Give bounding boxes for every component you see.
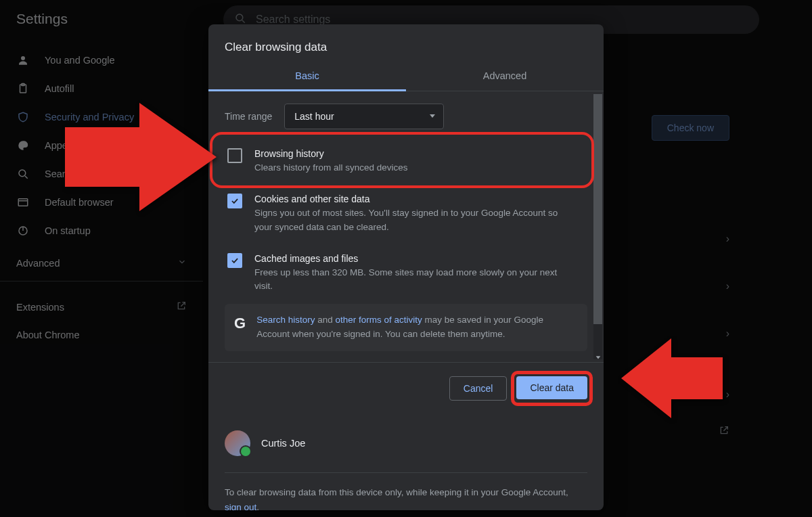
google-activity-note: G Search history and other forms of acti… [225,304,587,351]
svg-marker-11 [595,356,600,359]
checkbox[interactable] [227,148,242,163]
option-title: Cached images and files [254,252,572,266]
user-name: Curtis Joe [261,438,305,449]
scrollbar-thumb[interactable] [593,94,602,324]
sign-out-link[interactable]: sign out [225,502,256,510]
svg-marker-13 [65,103,217,211]
option-title: Cookies and other site data [254,192,572,206]
tab-basic[interactable]: Basic [208,62,406,91]
annotation-arrow-left [621,338,723,418]
cancel-button[interactable]: Cancel [449,376,508,401]
scrollbar-down-arrow[interactable] [593,353,602,362]
signed-in-user: Curtis Joe [225,424,587,473]
option-desc: Signs you out of most sites. You'll stay… [254,206,572,234]
dialog-content: Time range Last hour Browsing history Cl… [208,91,604,363]
dialog-title: Clear browsing data [208,24,604,62]
checkbox[interactable] [227,253,242,268]
checkbox[interactable] [227,194,242,208]
dialog-tabs: Basic Advanced [208,62,604,91]
option-desc: Frees up less than 320 MB. Some sites ma… [254,266,572,294]
time-range-label: Time range [225,111,272,122]
annotation-arrow-right [65,103,217,211]
tab-advanced[interactable]: Advanced [406,62,604,91]
activity-link[interactable]: other forms of activity [335,315,422,325]
clear-data-button[interactable]: Clear data [516,376,587,399]
option-cookies[interactable]: Cookies and other site data Signs you ou… [227,184,587,244]
avatar [225,430,250,456]
clear-browsing-data-dialog: Clear browsing data Basic Advanced Time … [208,24,604,510]
text: and [315,315,335,325]
search-history-link[interactable]: Search history [256,315,315,325]
option-cached[interactable]: Cached images and files Frees up less th… [227,244,587,303]
google-g-icon: G [234,315,246,332]
option-title: Browsing history [254,147,408,161]
text: . [256,502,259,510]
sign-out-note: To clear browsing data from this device … [225,473,587,510]
option-desc: Clears history from all synced devices [254,161,408,175]
text: To clear browsing data from this device … [225,487,568,497]
svg-marker-14 [621,338,723,418]
time-range-value: Last hour [294,111,334,122]
option-browsing-history[interactable]: Browsing history Clears history from all… [227,139,587,184]
time-range-select[interactable]: Last hour [284,104,444,129]
svg-marker-12 [430,114,435,118]
chevron-down-icon [428,111,436,122]
